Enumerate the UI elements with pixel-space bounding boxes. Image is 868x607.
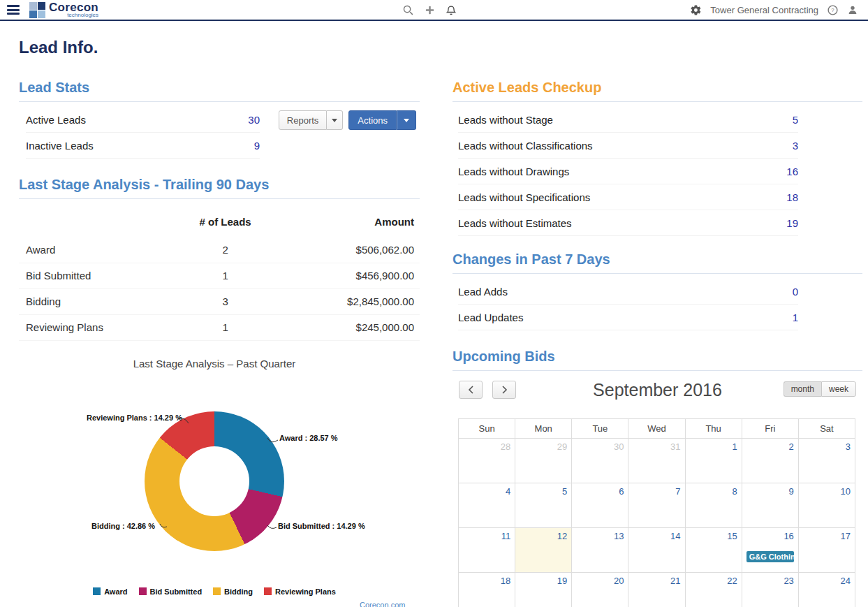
calendar-cell[interactable]: 11 bbox=[459, 528, 515, 573]
calendar-cell[interactable]: 6 bbox=[572, 483, 628, 528]
amount-column-header: Amount bbox=[272, 206, 420, 237]
calendar-event[interactable]: G&G Clothing - bbox=[746, 551, 794, 562]
calendar-cell[interactable]: 16G&G Clothing - bbox=[742, 528, 798, 573]
calendar-cell[interactable]: 13 bbox=[572, 528, 628, 573]
calendar-cell[interactable]: 10 bbox=[798, 483, 855, 528]
calendar-date[interactable]: 13 bbox=[614, 531, 624, 541]
stat-label: Leads without Classifications bbox=[458, 140, 593, 152]
calendar-date[interactable]: 16 bbox=[784, 531, 793, 541]
stat-value-link[interactable]: 1 bbox=[793, 312, 798, 323]
help-icon[interactable]: ? bbox=[827, 4, 839, 16]
calendar-cell[interactable]: 1 bbox=[685, 439, 742, 483]
calendar-date[interactable]: 20 bbox=[614, 576, 624, 586]
actions-button[interactable]: Actions bbox=[348, 110, 397, 130]
actions-dropdown-caret[interactable] bbox=[397, 110, 416, 130]
calendar-view-month[interactable]: month bbox=[784, 381, 821, 397]
calendar-date[interactable]: 10 bbox=[841, 486, 851, 497]
stage-analysis-heading: Last Stage Analysis - Trailing 90 Days bbox=[19, 177, 420, 199]
reports-dropdown-caret[interactable] bbox=[327, 110, 343, 130]
calendar-cell[interactable]: 31 bbox=[628, 439, 685, 483]
stage-amount: $506,062.00 bbox=[272, 237, 420, 263]
calendar-cell[interactable]: 9 bbox=[742, 483, 798, 528]
calendar-cell[interactable]: 5 bbox=[515, 483, 572, 528]
calendar-date[interactable]: 5 bbox=[562, 486, 567, 497]
calendar-date[interactable]: 23 bbox=[784, 576, 793, 586]
calendar-cell[interactable]: 3 bbox=[798, 439, 855, 483]
calendar-cell[interactable]: 8 bbox=[685, 483, 742, 528]
calendar-date[interactable]: 15 bbox=[727, 531, 737, 541]
calendar-cell[interactable]: 22 bbox=[685, 573, 742, 607]
calendar-cell[interactable]: 28 bbox=[459, 439, 515, 483]
calendar-cell[interactable]: 17 bbox=[798, 528, 855, 573]
calendar-next-button[interactable] bbox=[492, 381, 516, 399]
calendar-date[interactable]: 31 bbox=[670, 441, 680, 452]
calendar-date[interactable]: 24 bbox=[841, 576, 851, 586]
calendar-cell[interactable]: 21 bbox=[628, 573, 685, 607]
stage-lead-count: 2 bbox=[179, 237, 272, 263]
calendar-date[interactable]: 22 bbox=[727, 576, 737, 586]
add-icon[interactable] bbox=[425, 5, 435, 15]
stat-value-link[interactable]: 16 bbox=[786, 166, 798, 177]
calendar-date[interactable]: 30 bbox=[614, 441, 624, 452]
calendar-day-header: Thu bbox=[685, 419, 742, 439]
calendar-date[interactable]: 18 bbox=[501, 576, 510, 586]
menu-icon[interactable] bbox=[7, 2, 22, 18]
calendar-date[interactable]: 11 bbox=[501, 531, 511, 541]
legend-label: Award bbox=[104, 587, 127, 596]
stat-value-link[interactable]: 30 bbox=[248, 114, 260, 126]
calendar-cell[interactable]: 29 bbox=[515, 439, 572, 483]
calendar-cell[interactable]: 2 bbox=[742, 439, 798, 483]
calendar-cell[interactable]: 18 bbox=[459, 573, 515, 607]
list-item: Leads without Estimates19 bbox=[458, 210, 798, 236]
calendar-cell[interactable]: 24 bbox=[798, 573, 855, 607]
stat-value-link[interactable]: 9 bbox=[254, 140, 260, 152]
calendar-cell[interactable]: 30 bbox=[572, 439, 628, 483]
chart-legend: AwardBid SubmittedBiddingReviewing Plans bbox=[19, 587, 410, 596]
stat-label: Leads without Estimates bbox=[458, 217, 572, 229]
list-item: Active Leads30 bbox=[26, 107, 260, 133]
stat-value-link[interactable]: 0 bbox=[793, 286, 798, 298]
calendar-date[interactable]: 6 bbox=[619, 486, 624, 497]
calendar-date[interactable]: 21 bbox=[670, 576, 680, 586]
stat-value-link[interactable]: 3 bbox=[793, 140, 798, 152]
user-icon[interactable] bbox=[847, 4, 858, 15]
calendar-date[interactable]: 17 bbox=[841, 531, 851, 541]
stat-label: Active Leads bbox=[26, 114, 86, 126]
calendar-view-week[interactable]: week bbox=[821, 381, 856, 397]
settings-gear-icon[interactable] bbox=[690, 4, 702, 16]
calendar-cell[interactable]: 12 bbox=[515, 528, 572, 573]
calendar-cell[interactable]: 20 bbox=[572, 573, 628, 607]
corecon-logo[interactable]: Corecon technologies bbox=[29, 1, 98, 18]
calendar-cell[interactable]: 19 bbox=[515, 573, 572, 607]
stat-value-link[interactable]: 18 bbox=[786, 191, 798, 203]
calendar-cell[interactable]: 23 bbox=[742, 573, 798, 607]
calendar-date[interactable]: 8 bbox=[732, 486, 737, 497]
calendar-date[interactable]: 7 bbox=[675, 486, 680, 497]
calendar-date[interactable]: 3 bbox=[846, 441, 851, 452]
company-name[interactable]: Tower General Contracting bbox=[710, 5, 818, 15]
stage-analysis-chart: Last Stage Analysis – Past Quarter Award… bbox=[19, 352, 410, 607]
calendar-cell[interactable]: 14 bbox=[628, 528, 685, 573]
calendar-date[interactable]: 19 bbox=[557, 576, 567, 586]
calendar-date[interactable]: 14 bbox=[670, 531, 680, 541]
stat-label: Lead Updates bbox=[458, 312, 523, 323]
calendar-prev-button[interactable] bbox=[459, 381, 483, 399]
calendar-day-header: Wed bbox=[628, 419, 685, 439]
calendar-cell[interactable]: 4 bbox=[459, 483, 515, 528]
stat-value-link[interactable]: 5 bbox=[793, 114, 798, 126]
search-icon[interactable] bbox=[402, 4, 414, 16]
calendar-cell[interactable]: 7 bbox=[628, 483, 685, 528]
reports-button[interactable]: Reports bbox=[279, 110, 328, 130]
calendar-date[interactable]: 29 bbox=[557, 441, 567, 452]
calendar-date[interactable]: 4 bbox=[506, 486, 510, 497]
calendar-date[interactable]: 2 bbox=[789, 441, 794, 452]
notifications-bell-icon[interactable] bbox=[446, 4, 457, 16]
calendar-date[interactable]: 28 bbox=[501, 441, 510, 452]
corecon-link[interactable]: Corecon.com bbox=[360, 601, 405, 607]
calendar-date[interactable]: 9 bbox=[789, 486, 794, 497]
calendar-date[interactable]: 12 bbox=[557, 531, 567, 541]
svg-text:?: ? bbox=[831, 7, 834, 13]
stat-value-link[interactable]: 19 bbox=[786, 217, 798, 229]
calendar-cell[interactable]: 15 bbox=[685, 528, 742, 573]
calendar-date[interactable]: 1 bbox=[732, 441, 737, 452]
